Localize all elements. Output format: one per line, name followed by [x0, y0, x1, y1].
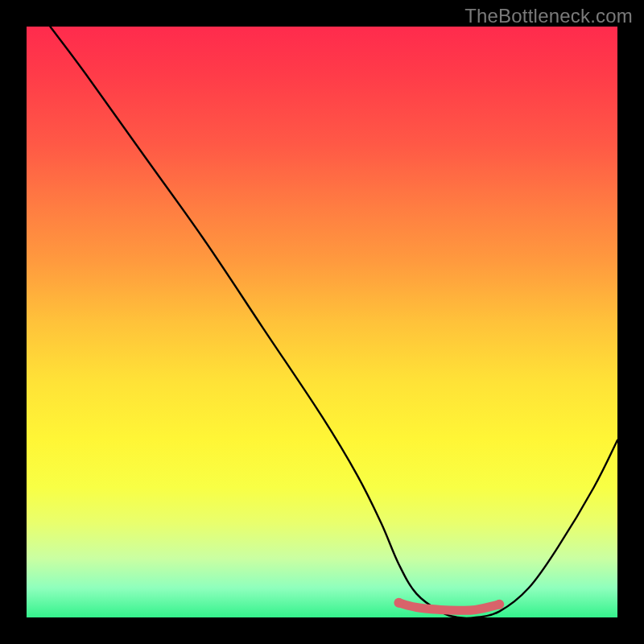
chart-frame: TheBottleneck.com: [0, 0, 644, 644]
plot-area: [27, 27, 617, 617]
curve-overlay: [27, 27, 617, 617]
svg-point-1: [494, 600, 504, 609]
optimal-band: [394, 598, 504, 611]
attribution-text: TheBottleneck.com: [464, 5, 633, 27]
bottleneck-curve: [50, 27, 617, 617]
svg-point-0: [394, 598, 403, 608]
